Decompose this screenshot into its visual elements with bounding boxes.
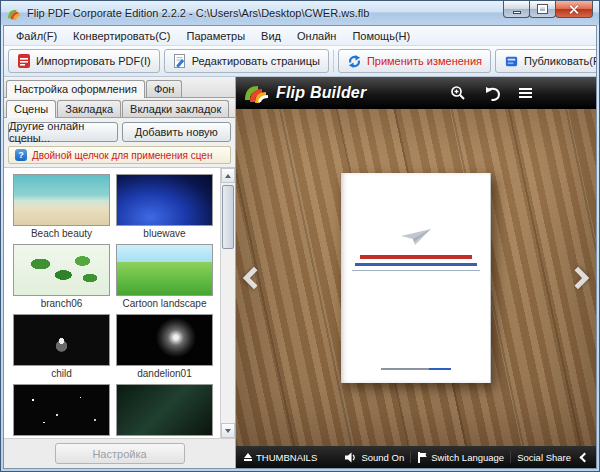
menubar: Файл(F) Конвертировать(C) Параметры Вид … — [4, 26, 596, 46]
tab-scenes[interactable]: Сцены — [6, 100, 56, 118]
flipbook-stage — [236, 109, 596, 446]
thumbnails-control[interactable]: THUMBNAILS — [244, 452, 317, 463]
sidebar-footer: Настройка — [4, 438, 235, 468]
page-title-line — [360, 255, 472, 259]
import-pdf-button[interactable]: Импортировать PDF(I) — [8, 49, 160, 73]
sound-label: Sound On — [361, 452, 404, 463]
publish-button[interactable]: Публиковать(P) — [495, 49, 596, 73]
close-button[interactable] — [555, 1, 593, 18]
scene-item[interactable]: branch06 — [10, 242, 113, 312]
scene-hint-text: Двойной щелчок для применения сцен — [32, 150, 212, 161]
maximize-button[interactable] — [529, 1, 556, 18]
more-online-scenes-button[interactable]: Другие онлайн сцены... — [8, 122, 118, 142]
scene-label: dandelion01 — [116, 366, 213, 380]
next-page-icon[interactable] — [567, 266, 590, 289]
page-footer-line — [381, 368, 451, 370]
menu-help[interactable]: Помощь(H) — [344, 28, 418, 44]
close-icon — [569, 4, 579, 14]
scene-thumbnail-cartoon[interactable] — [116, 244, 213, 296]
tab-bookmark[interactable]: Закладка — [57, 100, 121, 117]
social-share-control[interactable]: Social Share — [517, 452, 571, 463]
window-controls — [504, 1, 593, 18]
main-area: Настройка оформления Фон Сцены Закладка … — [4, 77, 596, 468]
scene-label: child — [13, 366, 110, 380]
toolbar-separator — [333, 50, 334, 72]
menu-options[interactable]: Параметры — [178, 28, 253, 44]
bottombar-separator — [510, 451, 511, 463]
book-page[interactable] — [341, 173, 491, 383]
menu-online[interactable]: Онлайн — [289, 28, 344, 44]
speaker-icon — [345, 452, 357, 463]
scene-hint: ? Двойной щелчок для применения сцен — [8, 146, 231, 164]
menu-file[interactable]: Файл(F) — [8, 28, 65, 44]
bottombar-collapse-icon[interactable] — [580, 452, 590, 462]
scene-thumbnail-partial-2[interactable] — [116, 384, 213, 436]
scene-thumbnail-child[interactable] — [13, 314, 110, 366]
undo-icon[interactable] — [484, 86, 501, 101]
menu-icon[interactable] — [519, 88, 532, 98]
minimize-button[interactable] — [503, 1, 530, 18]
scene-thumbnail-dandelion[interactable] — [116, 314, 213, 366]
scene-thumbnail-bluewave[interactable] — [116, 174, 213, 226]
sound-toggle[interactable]: Sound On — [345, 452, 404, 463]
menu-convert[interactable]: Конвертировать(C) — [65, 28, 178, 44]
scene-label: branch06 — [13, 296, 110, 310]
publish-label: Публиковать(P) — [524, 55, 596, 67]
brand-name: Flip Builder — [276, 84, 366, 102]
tab-design-settings[interactable]: Настройка оформления — [6, 80, 145, 98]
edit-pages-label: Редактировать страницы — [192, 55, 320, 67]
edit-page-icon — [173, 53, 187, 69]
pdf-icon — [17, 53, 31, 69]
scene-thumbnail-beach[interactable] — [13, 174, 110, 226]
preview-toolbar-icons — [450, 85, 532, 101]
design-tabs: Настройка оформления Фон — [4, 77, 235, 98]
prev-page-icon[interactable] — [243, 266, 266, 289]
toolbar: Импортировать PDF(I) Редактировать стран… — [4, 46, 596, 77]
import-pdf-label: Импортировать PDF(I) — [36, 55, 151, 67]
app-icon — [7, 6, 22, 21]
scene-label: Beach beauty — [13, 226, 110, 240]
scroll-thumb[interactable] — [222, 185, 234, 249]
scene-scrollbar[interactable] — [220, 168, 235, 438]
scroll-down-button[interactable] — [221, 423, 235, 438]
zoom-in-icon[interactable] — [450, 85, 466, 101]
preview-bottombar: THUMBNAILS Sound On Switch Language — [236, 446, 596, 468]
add-new-scene-button[interactable]: Добавить новую — [122, 122, 232, 142]
window-body: Файл(F) Конвертировать(C) Параметры Вид … — [3, 25, 597, 469]
scene-thumbnail-partial-1[interactable] — [13, 384, 110, 436]
scroll-up-button[interactable] — [221, 168, 235, 183]
page-divider — [352, 270, 480, 271]
minimize-icon — [513, 11, 521, 14]
scene-item[interactable]: Beach beauty — [10, 172, 113, 242]
book-preview: Flip Builder — [236, 77, 596, 468]
apply-changes-label: Применить изменения — [367, 55, 482, 67]
tab-bookmark-tabs[interactable]: Вкладки закладок — [122, 100, 229, 117]
language-label: Switch Language — [431, 452, 504, 463]
scene-item[interactable]: bluewave — [113, 172, 216, 242]
thumbnails-icon — [244, 453, 252, 461]
scene-thumbnail-branch[interactable] — [13, 244, 110, 296]
scene-grid: Beach beauty bluewave branch06 Cart — [4, 168, 220, 438]
titlebar[interactable]: Flip PDF Corporate Edition 2.2.2 - C:\Us… — [1, 1, 599, 25]
scene-settings-button[interactable]: Настройка — [55, 443, 185, 464]
flag-icon — [417, 452, 427, 463]
scene-item[interactable] — [113, 382, 216, 438]
share-label: Social Share — [517, 452, 571, 463]
scene-item[interactable]: Cartoon landscape — [113, 242, 216, 312]
flip-builder-logo — [244, 82, 270, 104]
apply-changes-button[interactable]: Применить изменения — [338, 49, 491, 73]
scene-item[interactable]: child — [10, 312, 113, 382]
scene-item[interactable]: dandelion01 — [113, 312, 216, 382]
sidebar: Настройка оформления Фон Сцены Закладка … — [4, 77, 236, 468]
menu-view[interactable]: Вид — [253, 28, 289, 44]
scene-item[interactable] — [10, 382, 113, 438]
help-icon: ? — [15, 149, 27, 161]
bottombar-separator — [410, 451, 411, 463]
arrow-down-icon — [225, 429, 231, 433]
scene-actions: Другие онлайн сцены... Добавить новую — [4, 118, 235, 145]
tab-background[interactable]: Фон — [146, 80, 183, 97]
edit-pages-button[interactable]: Редактировать страницы — [164, 49, 329, 73]
switch-language-control[interactable]: Switch Language — [417, 452, 504, 463]
app-window: Flip PDF Corporate Edition 2.2.2 - C:\Us… — [0, 0, 600, 472]
publish-icon — [504, 54, 519, 69]
